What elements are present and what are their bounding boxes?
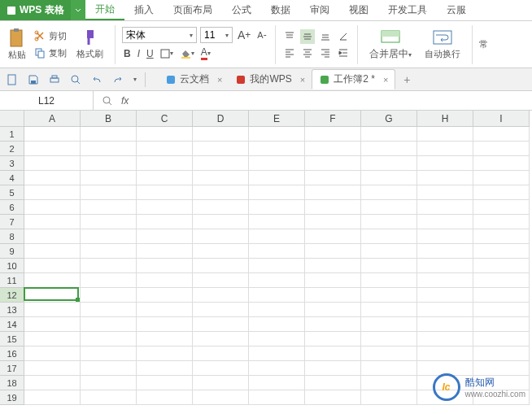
row-header[interactable]: 18: [0, 376, 24, 390]
cell[interactable]: [137, 332, 193, 346]
cell[interactable]: [417, 303, 473, 317]
col-header[interactable]: B: [81, 111, 137, 127]
cell[interactable]: [417, 142, 473, 156]
cell[interactable]: [361, 361, 417, 376]
cell[interactable]: [305, 259, 361, 273]
row-header[interactable]: 9: [0, 244, 24, 259]
cell[interactable]: [361, 376, 417, 390]
cell[interactable]: [249, 142, 305, 156]
cell[interactable]: [137, 273, 193, 288]
col-header[interactable]: C: [137, 111, 193, 127]
format-painter-button[interactable]: 格式刷: [72, 28, 108, 60]
cell[interactable]: [417, 171, 473, 185]
cell[interactable]: [473, 332, 530, 346]
cell[interactable]: [24, 303, 81, 317]
cell[interactable]: [24, 127, 81, 142]
qat-save-button[interactable]: [26, 72, 41, 87]
cell[interactable]: [417, 185, 473, 200]
cell[interactable]: [305, 127, 361, 142]
cell[interactable]: [473, 185, 530, 200]
cell[interactable]: [305, 317, 361, 332]
cell[interactable]: [249, 215, 305, 229]
row-header[interactable]: 4: [0, 171, 24, 185]
cell[interactable]: [417, 215, 473, 229]
cell[interactable]: [249, 229, 305, 244]
cell[interactable]: [361, 303, 417, 317]
cell[interactable]: [305, 288, 361, 303]
cell[interactable]: [24, 346, 81, 361]
cell[interactable]: [81, 376, 137, 390]
cell[interactable]: [81, 390, 137, 405]
cell[interactable]: [473, 303, 530, 317]
cell[interactable]: [193, 273, 249, 288]
cell[interactable]: [361, 244, 417, 259]
cell[interactable]: [24, 273, 81, 288]
row-header[interactable]: 8: [0, 229, 24, 244]
cell[interactable]: [24, 332, 81, 346]
cell[interactable]: [81, 171, 137, 185]
cell[interactable]: [24, 142, 81, 156]
copy-button[interactable]: 复制: [33, 46, 68, 61]
tab-3[interactable]: 公式: [222, 0, 261, 20]
cell[interactable]: [193, 361, 249, 376]
cell[interactable]: [417, 200, 473, 215]
row-header[interactable]: 10: [0, 259, 24, 273]
cell[interactable]: [137, 229, 193, 244]
cell[interactable]: [417, 317, 473, 332]
cell[interactable]: [249, 303, 305, 317]
cell[interactable]: [193, 200, 249, 215]
col-header[interactable]: G: [361, 111, 417, 127]
cell[interactable]: [137, 288, 193, 303]
cell[interactable]: [305, 200, 361, 215]
app-menu-dropdown[interactable]: [71, 0, 85, 20]
close-icon[interactable]: ×: [217, 75, 222, 85]
row-header[interactable]: 5: [0, 185, 24, 200]
fx-search-button[interactable]: [100, 94, 115, 108]
cell[interactable]: [473, 171, 530, 185]
align-left-button[interactable]: [282, 46, 297, 60]
orientation-button[interactable]: [336, 29, 351, 44]
col-header[interactable]: I: [473, 111, 530, 127]
cell[interactable]: [193, 376, 249, 390]
cell[interactable]: [473, 156, 530, 171]
cell[interactable]: [361, 390, 417, 405]
cell[interactable]: [193, 390, 249, 405]
cell[interactable]: [81, 244, 137, 259]
cell[interactable]: [24, 200, 81, 215]
cell[interactable]: [417, 346, 473, 361]
row-header[interactable]: 7: [0, 215, 24, 229]
align-top-button[interactable]: [282, 29, 297, 44]
doc-tab-0[interactable]: 云文档×: [159, 70, 229, 89]
cell[interactable]: [24, 376, 81, 390]
cell[interactable]: [361, 229, 417, 244]
cell[interactable]: [305, 303, 361, 317]
close-icon[interactable]: ×: [300, 75, 305, 85]
cell[interactable]: [137, 361, 193, 376]
cell[interactable]: [137, 244, 193, 259]
qat-undo-button[interactable]: [89, 72, 104, 87]
tab-5[interactable]: 审阅: [300, 0, 339, 20]
row-header[interactable]: 19: [0, 390, 24, 405]
name-box[interactable]: L12: [0, 91, 94, 110]
cell[interactable]: [249, 156, 305, 171]
row-header[interactable]: 11: [0, 273, 24, 288]
font-size-combo[interactable]: 11▾: [200, 27, 233, 43]
cell[interactable]: [361, 288, 417, 303]
cell[interactable]: [193, 317, 249, 332]
cell[interactable]: [193, 259, 249, 273]
tab-0[interactable]: 开始: [85, 0, 124, 20]
cell[interactable]: [24, 229, 81, 244]
doc-tab-2[interactable]: 工作簿2 *×: [312, 69, 395, 89]
cell[interactable]: [24, 259, 81, 273]
cell[interactable]: [305, 229, 361, 244]
cell[interactable]: [137, 317, 193, 332]
increase-font-button[interactable]: A+: [236, 27, 252, 43]
cell[interactable]: [473, 346, 530, 361]
cell[interactable]: [193, 142, 249, 156]
cell[interactable]: [249, 376, 305, 390]
cell[interactable]: [417, 127, 473, 142]
cell[interactable]: [137, 376, 193, 390]
cell[interactable]: [24, 317, 81, 332]
cell[interactable]: [361, 185, 417, 200]
cell[interactable]: [24, 156, 81, 171]
